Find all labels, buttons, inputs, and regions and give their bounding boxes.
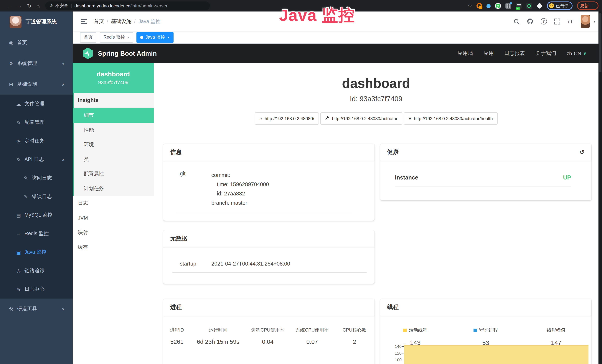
row-divider (172, 272, 367, 273)
sba-brand[interactable]: Spring Boot Admin (82, 47, 157, 60)
home-icon[interactable]: ⌂ (36, 3, 40, 8)
profile-paused-chip[interactable]: 已暂停 (547, 1, 572, 10)
sidebar-item-home[interactable]: ◉ 首页 (0, 32, 73, 53)
close-icon[interactable]: × (127, 35, 129, 40)
sba-menu-jvm[interactable]: JVM (73, 211, 154, 225)
sba-nav-wallboard[interactable]: 应用墙 (458, 50, 473, 57)
sba-menu-caches[interactable]: 缓存 (73, 240, 154, 254)
sidebar-item-file-management[interactable]: ☁ 文件管理 (0, 95, 73, 113)
monitor-icon: ▣ (16, 249, 22, 255)
chevron-down-icon: ∨ (62, 61, 64, 65)
instance-name: dashboard (97, 70, 130, 78)
home-icon: ⌂ (259, 116, 262, 121)
on-badge: on (516, 7, 520, 10)
sidebar-item-dev-tools[interactable]: ⚒ 研发工具 ∨ (0, 299, 73, 319)
instance-header[interactable]: dashboard 93a3fc7f7409 (73, 63, 154, 93)
close-icon[interactable]: × (167, 35, 170, 40)
sidebar-item-redis-monitor[interactable]: ≡ Redis 监控 (0, 224, 73, 243)
metadata-startup-row: startup 2021-04-27T00:44:31.254+08:00 (163, 261, 367, 272)
sba-menu-details[interactable]: 细节 (73, 108, 154, 123)
threads-card: 线程 活动线程 守护进程 线程峰值 143 53 147 (380, 299, 591, 364)
sidebar-item-java-monitor[interactable]: ▣ Java 监控 (0, 243, 73, 261)
help-icon[interactable]: ? (540, 18, 547, 24)
avatar-caret-icon[interactable]: ▾ (594, 20, 595, 23)
url-path[interactable]: /infra/admin-server (130, 3, 167, 8)
history-icon[interactable]: ↺ (579, 149, 584, 156)
sba-menu-mappings[interactable]: 映射 (73, 225, 154, 240)
process-table-values: 5261 6d 23h 15m 59s 0.04 0.07 2 (163, 339, 375, 345)
tag-home[interactable]: 首页 (80, 32, 97, 43)
extension-icon-2[interactable] (486, 4, 491, 8)
infrastructure-icon: ⊞ (8, 81, 14, 87)
instance-links: ⌂ http://192.168.0.2:48080/ http://192.1… (154, 112, 598, 125)
hamburger-icon[interactable] (81, 19, 87, 24)
instance-health-link[interactable]: ♥ http://192.168.0.2:48080/actuator/heal… (404, 112, 498, 125)
sba-main: dashboard Id: 93a3fc7f7409 ⌂ http://192.… (154, 63, 598, 364)
clock-icon: ◷ (16, 138, 22, 144)
log-icon: ✎ (23, 175, 29, 181)
sidebar-item-mysql-monitor[interactable]: ▤ MySQL 监控 (0, 206, 73, 224)
extension-icon-4[interactable] (505, 3, 511, 9)
sidebar-item-config-management[interactable]: ✎ 配置管理 (0, 113, 73, 132)
update-label: 更新 (580, 3, 589, 9)
update-browser-button[interactable]: 更新 ⋮ (577, 1, 598, 10)
extension-icon-3[interactable]: y (495, 3, 501, 9)
sba-nav-about[interactable]: 关于我们 (536, 50, 556, 57)
instance-id: 93a3fc7f7409 (98, 80, 129, 85)
extension-icon-6[interactable] (526, 3, 532, 9)
extensions-puzzle-icon[interactable] (537, 3, 542, 9)
forward-icon[interactable]: → (17, 3, 22, 8)
scrollbar-thumb[interactable] (599, 13, 601, 72)
sba-nav-journal[interactable]: 日志报表 (504, 50, 525, 57)
process-card-title: 进程 (170, 303, 182, 311)
sidebar-item-error-logs[interactable]: ✎ 错误日志 (0, 187, 73, 206)
breadcrumb-infrastructure[interactable]: 基础设施 (111, 18, 131, 25)
user-avatar[interactable] (581, 15, 590, 28)
sidebar-item-access-logs[interactable]: ✎ 访问日志 (0, 169, 73, 187)
info-card-title: 信息 (170, 148, 182, 156)
sidebar-item-scheduled-jobs[interactable]: ◷ 定时任务 (0, 132, 73, 150)
locale-select[interactable]: zh-CN ∨ (567, 50, 586, 56)
search-icon[interactable] (513, 18, 519, 24)
sidebar-item-system[interactable]: ⚙ 系统管理 ∨ (0, 53, 73, 74)
instance-actuator-link[interactable]: http://192.168.0.2:48080/actuator (320, 112, 402, 125)
sidebar-item-log-center[interactable]: ✎ 日志中心 (0, 280, 73, 299)
sba-menu-metrics[interactable]: 性能 (74, 123, 154, 137)
url-host[interactable]: dashboard.yudao.iocoder.cn (74, 3, 130, 8)
github-icon[interactable] (527, 18, 533, 24)
sba-menu-scheduled-tasks[interactable]: 计划任务 (74, 181, 154, 196)
extension-icon-1[interactable]: 1 (476, 3, 482, 9)
page-subtitle: Id: 93a3fc7f7409 (154, 95, 598, 103)
extension-icon-5[interactable]: on (516, 3, 522, 9)
profile-avatar-icon (549, 3, 554, 8)
sba-menu-config-props[interactable]: 配置属性 (74, 167, 154, 181)
sba-nav-applications[interactable]: 应用 (484, 50, 494, 57)
sba-menu-environment[interactable]: 环境 (74, 137, 154, 152)
browser-menu-icon[interactable]: ⋮ (591, 4, 595, 8)
page-title: dashboard (154, 76, 598, 91)
back-icon[interactable]: ← (6, 3, 11, 8)
font-size-icon[interactable]: тT (568, 18, 573, 24)
address-bar[interactable]: ⚠ 不安全 | dashboard.yudao.iocoder.cn /infr… (45, 1, 210, 10)
fullscreen-icon[interactable] (554, 18, 560, 24)
page-scrollbar[interactable] (598, 11, 602, 364)
instance-home-link[interactable]: ⌂ http://192.168.0.2:48080/ (255, 112, 319, 125)
info-card: 信息 git commit: time: 1596289704000 id: 2… (163, 144, 375, 221)
sidebar-item-infrastructure[interactable]: ⊞ 基础设施 ∧ (0, 74, 73, 95)
breadcrumb-home[interactable]: 首页 (94, 18, 104, 25)
tag-java-monitor[interactable]: Java 监控 × (137, 32, 173, 43)
sidebar-menu: ◉ 首页 ⚙ 系统管理 ∨ ⊞ 基础设施 ∧ ☁ 文件管理 ✎ 配置管 (0, 32, 73, 319)
sidebar-item-api-logs[interactable]: ✎ API 日志 ∧ (0, 150, 73, 169)
omnibox-divider: | (71, 3, 72, 8)
status-badge: UP (563, 174, 571, 181)
sidebar-item-tracing[interactable]: ◎ 链路追踪 (0, 261, 73, 280)
security-label[interactable]: 不安全 (55, 3, 68, 9)
sba-menu-classes[interactable]: 类 (74, 152, 154, 167)
bookmark-star-icon[interactable]: ☆ (468, 3, 472, 9)
sidebar-submenu: ☁ 文件管理 ✎ 配置管理 ◷ 定时任务 ✎ API 日志 ∧ ✎ (0, 95, 73, 299)
paused-label: 已暂停 (556, 3, 569, 9)
tag-redis-monitor[interactable]: Redis 监控 × (100, 32, 133, 43)
reload-icon[interactable]: ↻ (27, 3, 31, 8)
sba-menu-logs[interactable]: 日志 (73, 196, 154, 211)
app-logo-row[interactable]: 芋道管理系统 (0, 11, 73, 32)
